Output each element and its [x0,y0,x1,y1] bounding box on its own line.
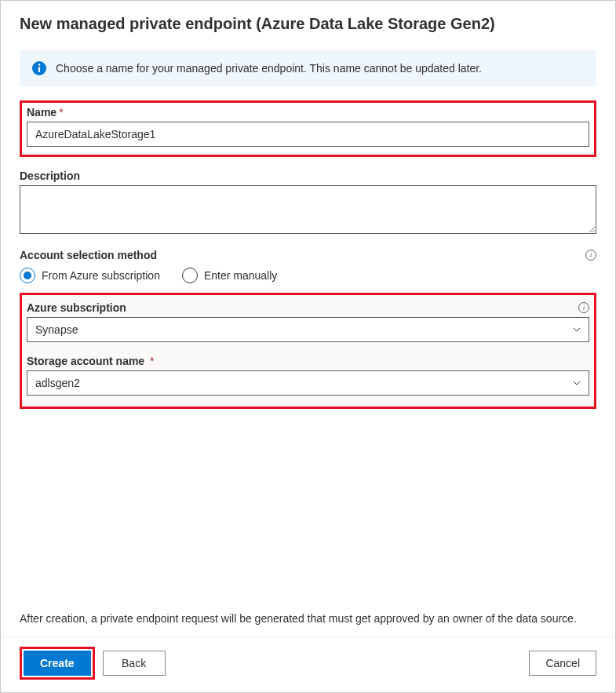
highlight-create-button: Create [20,647,95,680]
highlight-name-section: Name* [20,100,596,157]
subscription-select[interactable]: Synapse [27,317,589,342]
required-asterisk: * [59,106,63,119]
required-asterisk: * [147,355,154,367]
radio-selected-icon [20,268,35,283]
info-tooltip-icon[interactable]: i [585,250,596,261]
subscription-group: Azure subscription i Synapse [27,301,589,342]
name-group: Name* [27,106,589,147]
panel-content: New managed private endpoint (Azure Data… [1,1,615,611]
info-banner-text: Choose a name for your managed private e… [56,62,482,75]
radio-from-subscription-label: From Azure subscription [42,269,160,282]
back-button[interactable]: Back [103,651,166,676]
radio-enter-manually[interactable]: Enter manually [182,268,277,283]
storage-label: Storage account name [27,355,144,367]
storage-value: adlsgen2 [35,377,80,389]
description-label: Description [20,170,80,182]
description-group: Description [20,170,596,236]
highlight-subscription-section: Azure subscription i Synapse Storage acc… [20,293,596,409]
name-label: Name [27,106,56,119]
footer-note: After creation, a private endpoint reque… [1,611,615,627]
radio-enter-manually-label: Enter manually [204,269,277,282]
account-method-radio-group: From Azure subscription Enter manually [20,268,596,283]
info-icon [32,61,46,75]
radio-unselected-icon [182,268,198,283]
svg-rect-1 [38,67,40,72]
cancel-button[interactable]: Cancel [529,651,596,676]
storage-group: Storage account name * adlsgen2 [27,355,589,396]
account-method-label: Account selection method [20,249,157,261]
name-input[interactable] [27,122,589,147]
subscription-label: Azure subscription [27,301,126,314]
description-input[interactable] [20,185,596,234]
button-bar: Create Back Cancel [1,636,615,692]
radio-from-subscription[interactable]: From Azure subscription [20,268,160,283]
page-title: New managed private endpoint (Azure Data… [20,15,596,33]
svg-point-2 [38,64,41,66]
account-method-group: Account selection method i From Azure su… [20,249,596,283]
subscription-value: Synapse [35,323,78,336]
storage-select[interactable]: adlsgen2 [27,370,589,396]
create-button[interactable]: Create [24,651,91,676]
info-banner: Choose a name for your managed private e… [20,50,596,86]
new-private-endpoint-panel: New managed private endpoint (Azure Data… [0,0,616,693]
info-tooltip-icon[interactable]: i [578,302,589,313]
